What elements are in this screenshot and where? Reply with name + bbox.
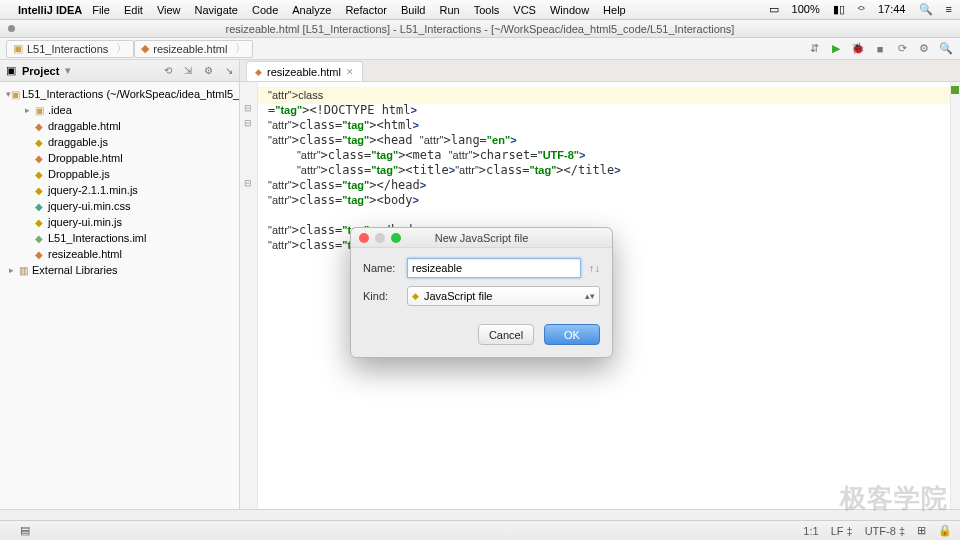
menu-extra-icon[interactable]: ≡ xyxy=(946,3,952,15)
nav-toolbar: ▣L51_Interactions〉 ◆resizeable.html〉 ⇵ ▶… xyxy=(0,38,960,60)
hide-icon[interactable]: ↘ xyxy=(225,65,233,76)
folder-icon: ▣ xyxy=(32,105,46,116)
editor-tabs: ◆ resizeable.html ✕ xyxy=(240,60,960,82)
tree-item[interactable]: ◆draggable.html xyxy=(0,118,239,134)
tree-item[interactable]: ◆draggable.js xyxy=(0,134,239,150)
dialog-buttons: Cancel OK xyxy=(351,320,612,357)
tab-label: resizeable.html xyxy=(267,66,341,78)
menu-code[interactable]: Code xyxy=(252,4,278,16)
wifi-icon[interactable]: ⌔ xyxy=(858,3,865,15)
kind-select[interactable]: ◆ JavaScript file ▴▾ xyxy=(407,286,600,306)
settings-icon[interactable]: ⚙ xyxy=(204,65,213,76)
vcs-button[interactable]: ⟳ xyxy=(894,41,910,57)
inspection-ok-icon[interactable] xyxy=(951,86,959,94)
window-title: resizeable.html [L51_Interactions] - L51… xyxy=(226,23,735,35)
close-icon[interactable]: ✕ xyxy=(346,67,354,77)
debug-button[interactable]: 🐞 xyxy=(850,41,866,57)
dialog-title: New JavaScript file xyxy=(435,232,529,244)
kind-label: Kind: xyxy=(363,290,407,302)
window-title-bar: resizeable.html [L51_Interactions] - L51… xyxy=(0,20,960,38)
menu-tools[interactable]: Tools xyxy=(474,4,500,16)
stop-button[interactable]: ■ xyxy=(872,41,888,57)
tree-root[interactable]: ▾▣L51_Interactions (~/WorkSpeac/idea_htm… xyxy=(0,86,239,102)
js-icon: ◆ xyxy=(32,169,46,180)
caret-position[interactable]: 1:1 xyxy=(803,525,818,537)
status-bar: ▤ 1:1 LF ‡ UTF-8 ‡ ⊞ 🔒 xyxy=(0,520,960,540)
menu-build[interactable]: Build xyxy=(401,4,425,16)
tree-item[interactable]: ◆resizeable.html xyxy=(0,246,239,262)
folder-icon: ▣ xyxy=(13,42,23,55)
tree-item[interactable]: ▸▣.idea xyxy=(0,102,239,118)
run-button[interactable]: ▶ xyxy=(828,41,844,57)
html-icon: ◆ xyxy=(32,249,46,260)
make-button[interactable]: ⇵ xyxy=(806,41,822,57)
menu-help[interactable]: Help xyxy=(603,4,626,16)
menu-view[interactable]: View xyxy=(157,4,181,16)
project-header: ▣ Project ▾ ⟲ ⇲ ⚙ ↘ xyxy=(0,60,239,82)
insert-mode-icon[interactable]: ⊞ xyxy=(917,524,926,537)
name-input[interactable] xyxy=(407,258,581,278)
close-window-icon[interactable] xyxy=(359,233,369,243)
menu-vcs[interactable]: VCS xyxy=(513,4,536,16)
mac-menu-bar: IntelliJ IDEA File Edit View Navigate Co… xyxy=(0,0,960,20)
scroll-from-icon[interactable]: ⟲ xyxy=(164,65,172,76)
tree-item[interactable]: ◆jquery-ui.min.js xyxy=(0,214,239,230)
app-name[interactable]: IntelliJ IDEA xyxy=(18,4,82,16)
html-icon: ◆ xyxy=(255,67,262,77)
battery-text[interactable]: 100% xyxy=(792,3,820,15)
project-tab-label[interactable]: Project xyxy=(22,65,59,77)
css-icon: ◆ xyxy=(32,201,46,212)
breadcrumb-project[interactable]: ▣L51_Interactions〉 xyxy=(6,40,134,58)
cancel-button[interactable]: Cancel xyxy=(478,324,534,345)
status-icon[interactable]: ▤ xyxy=(20,524,30,537)
kind-row: Kind: ◆ JavaScript file ▴▾ xyxy=(363,286,600,306)
menu-extras: ▭ 100% ▮▯ ⌔ 17:44 🔍 ≡ xyxy=(759,3,952,16)
js-icon: ◆ xyxy=(32,137,46,148)
folder-icon: ▣ xyxy=(11,89,20,100)
lock-icon[interactable]: 🔒 xyxy=(938,524,952,537)
ok-button[interactable]: OK xyxy=(544,324,600,345)
menu-navigate[interactable]: Navigate xyxy=(195,4,238,16)
menu-window[interactable]: Window xyxy=(550,4,589,16)
file-encoding[interactable]: UTF-8 ‡ xyxy=(865,525,905,537)
menu-edit[interactable]: Edit xyxy=(124,4,143,16)
fold-icon[interactable]: ⊟ xyxy=(244,178,252,188)
dialog-body: Name: ↑↓ Kind: ◆ JavaScript file ▴▾ xyxy=(351,248,612,320)
tree-external-libs[interactable]: ▸▥External Libraries xyxy=(0,262,239,278)
battery-icon[interactable]: ▮▯ xyxy=(833,3,845,15)
html-icon: ◆ xyxy=(32,153,46,164)
tree-item[interactable]: ◆jquery-ui.min.css xyxy=(0,198,239,214)
dialog-title-bar[interactable]: New JavaScript file xyxy=(351,228,612,248)
project-tab-icon: ▣ xyxy=(6,64,16,77)
fold-icon[interactable]: ⊟ xyxy=(244,118,252,128)
js-icon: ◆ xyxy=(412,291,419,301)
editor-tab[interactable]: ◆ resizeable.html ✕ xyxy=(246,61,363,81)
js-icon: ◆ xyxy=(32,185,46,196)
fold-icon[interactable]: ⊟ xyxy=(244,103,252,113)
menu-run[interactable]: Run xyxy=(439,4,459,16)
spotlight-icon[interactable]: 🔍 xyxy=(919,3,933,15)
name-row: Name: ↑↓ xyxy=(363,258,600,278)
marker-strip xyxy=(950,82,960,509)
settings-button[interactable]: ⚙ xyxy=(916,41,932,57)
clock[interactable]: 17:44 xyxy=(878,3,906,15)
breadcrumb-file[interactable]: ◆resizeable.html〉 xyxy=(134,40,253,58)
chevron-updown-icon: ▴▾ xyxy=(585,291,595,301)
collapse-icon[interactable]: ⇲ xyxy=(184,65,192,76)
html-icon: ◆ xyxy=(32,121,46,132)
line-separator[interactable]: LF ‡ xyxy=(831,525,853,537)
screencast-icon[interactable]: ▭ xyxy=(769,3,779,15)
tree-item[interactable]: ◆Droppable.js xyxy=(0,166,239,182)
menu-analyze[interactable]: Analyze xyxy=(292,4,331,16)
sort-icon[interactable]: ↑↓ xyxy=(589,262,600,274)
project-tree[interactable]: ▾▣L51_Interactions (~/WorkSpeac/idea_htm… xyxy=(0,82,239,282)
search-button[interactable]: 🔍 xyxy=(938,41,954,57)
zoom-window-icon[interactable] xyxy=(391,233,401,243)
menu-refactor[interactable]: Refactor xyxy=(345,4,387,16)
tree-item[interactable]: ◆L51_Interactions.iml xyxy=(0,230,239,246)
tree-item[interactable]: ◆Droppable.html xyxy=(0,150,239,166)
project-tool-window: ▣ Project ▾ ⟲ ⇲ ⚙ ↘ ▾▣L51_Interactions (… xyxy=(0,60,240,509)
tree-item[interactable]: ◆jquery-2.1.1.min.js xyxy=(0,182,239,198)
minimize-window-icon xyxy=(375,233,385,243)
menu-file[interactable]: File xyxy=(92,4,110,16)
